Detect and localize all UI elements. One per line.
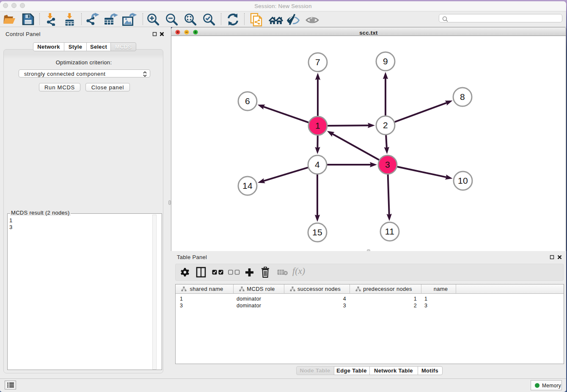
- svg-text:7: 7: [315, 57, 320, 67]
- svg-text:15: 15: [312, 227, 322, 237]
- svg-text:3: 3: [385, 160, 390, 169]
- svg-text:6: 6: [245, 96, 250, 106]
- svg-text:8: 8: [460, 92, 465, 102]
- svg-text:9: 9: [383, 56, 388, 66]
- svg-text:10: 10: [458, 176, 468, 185]
- svg-text:14: 14: [242, 181, 253, 190]
- svg-text:2: 2: [383, 120, 388, 130]
- svg-text:4: 4: [315, 160, 320, 169]
- svg-text:11: 11: [385, 226, 394, 236]
- svg-text:1: 1: [315, 121, 320, 130]
